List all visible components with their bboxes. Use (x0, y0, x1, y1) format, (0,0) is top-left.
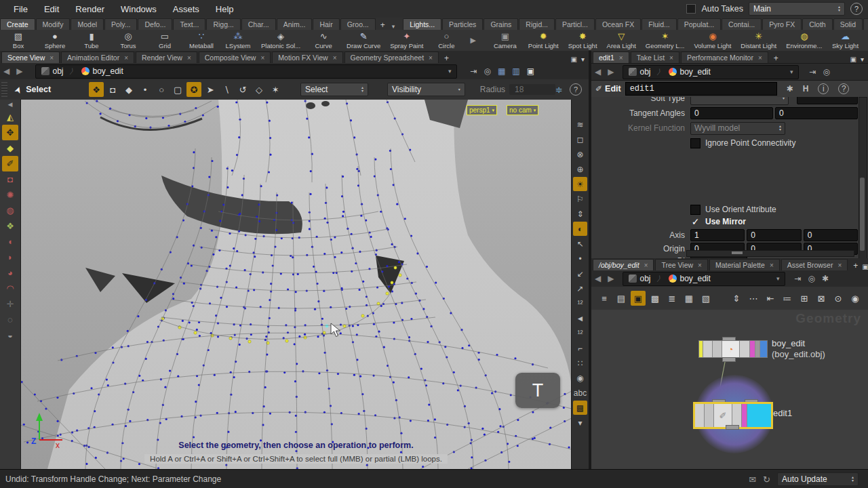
tool-box[interactable]: ▧Box (0, 32, 37, 49)
param-back-icon[interactable]: ◀ (591, 67, 604, 77)
close-icon[interactable]: × (644, 262, 648, 269)
soft-type-dropdown[interactable]: ▾ (690, 97, 789, 105)
network-editor[interactable]: Geometry ◔ boy_edit (boy_edit.obj) (591, 310, 868, 469)
node2-display-flag[interactable] (747, 404, 771, 427)
back-icon[interactable]: ◀ (0, 66, 13, 76)
viewport-tool-1-icon[interactable]: ◭ (2, 109, 18, 125)
tool-sphere[interactable]: ●Sphere (37, 32, 73, 49)
tool-draw-curve[interactable]: ✎Draw Curve (342, 32, 385, 49)
shelf-more-icon[interactable]: ▶ (465, 36, 481, 45)
close-icon[interactable]: × (333, 54, 337, 62)
selection-type-dropdown[interactable]: Select ▴▾ (300, 83, 368, 96)
camera-link-menu[interactable]: no cam▾ (507, 105, 538, 115)
collapse-toolbar-icon[interactable]: ◀ (8, 101, 13, 109)
selection-filter-11-icon[interactable]: ◇ (252, 82, 267, 97)
selection-filter-10-icon[interactable]: ↺ (235, 82, 250, 97)
toolbar-grip[interactable] (1, 82, 7, 97)
display-option-4-icon[interactable]: ⊕ (573, 162, 587, 176)
pane-tab-render-view[interactable]: Render View× (136, 52, 197, 63)
menu-windows[interactable]: Windows (114, 2, 163, 16)
selection-filter-5-icon[interactable]: ○ (154, 82, 169, 97)
axis-z-field[interactable]: 0 (804, 229, 858, 241)
viewport-tool-14-icon[interactable]: ◌ (2, 312, 18, 327)
forward-icon[interactable]: ▶ (13, 66, 26, 76)
shelf-add-tab-icon[interactable]: + (376, 20, 389, 30)
node2-output-connector[interactable] (726, 425, 739, 430)
camera-menu[interactable]: persp1▾ (467, 105, 497, 115)
network-layout-3-icon[interactable]: ⇤ (763, 291, 778, 306)
network-add-tab-icon[interactable]: + (849, 261, 862, 270)
display-option-7-icon[interactable]: ⇕ (573, 207, 587, 221)
shelf-tab-text[interactable]: Text... (173, 18, 205, 30)
param-help-icon[interactable]: ? (838, 83, 849, 94)
shelf-tab-groo[interactable]: Groo... (340, 18, 376, 30)
close-icon[interactable]: × (758, 54, 762, 62)
shelf-tab-cloth[interactable]: Cloth (802, 18, 833, 30)
display-option-20-icon[interactable]: ▩ (573, 401, 587, 415)
close-icon[interactable]: × (837, 262, 842, 269)
close-icon[interactable]: × (770, 262, 774, 269)
message-icon[interactable]: ✉ (749, 474, 756, 485)
param-info-icon[interactable]: i (818, 83, 829, 94)
network-view-2-icon[interactable]: ▤ (614, 291, 629, 306)
shelf-tab-menu-icon[interactable]: ▾ (389, 23, 398, 30)
radius-field[interactable]: 18 (509, 84, 555, 95)
display-option-9-icon[interactable]: ↖ (573, 237, 587, 251)
network-view-5-icon[interactable]: ≣ (665, 291, 679, 306)
viewport-tool-11-icon[interactable]: ◕ (2, 265, 18, 281)
network-path-node[interactable]: boy_edit (679, 274, 715, 283)
network-path-root[interactable]: obj (639, 274, 656, 283)
display-option-16-icon[interactable]: ⌐ (573, 341, 587, 355)
tangent-y-field[interactable]: 0 (775, 107, 858, 119)
viewport-canvas[interactable]: Zx (20, 100, 572, 469)
selection-filter-2-icon[interactable]: ◘ (105, 82, 120, 97)
param-vscrollbar[interactable] (859, 97, 867, 258)
param-add-tab-icon[interactable]: + (770, 54, 783, 63)
tool-spray-paint[interactable]: ✦Spray Paint (385, 32, 428, 49)
toolbar-options-icon[interactable]: ≑ (555, 85, 563, 95)
display-option-12-icon[interactable]: ↗ (573, 281, 587, 296)
selection-filter-8-icon[interactable]: ➤ (203, 82, 218, 97)
viewport-tool-5-icon[interactable]: ◘ (2, 171, 18, 187)
display-option-8-icon[interactable]: ◐ (573, 222, 587, 236)
display-option-18-icon[interactable]: ◉ (573, 371, 587, 385)
shelf-tab-ocean-fx[interactable]: Ocean FX (595, 18, 641, 30)
network-gear-icon[interactable]: ✱ (818, 274, 832, 283)
network-view-1-icon[interactable]: ≡ (597, 291, 612, 306)
path-dropdown-icon[interactable]: ▾ (446, 68, 454, 75)
network-layout-7-icon[interactable]: ⊙ (831, 291, 846, 306)
path-root[interactable]: obj (52, 66, 68, 76)
viewport-tool-12-icon[interactable]: ◠ (2, 281, 18, 296)
scene-viewport[interactable]: Zx ◀◭✥◆✐◘✺◍❖◖◗◕◠✛◌◒ ≋◻⊗⊕☀⚐⇕◐↖•↙↗¹²◄¹²⌐∷◉… (0, 100, 589, 469)
network-tab-obj-boy-edit[interactable]: /obj/boy_edit× (593, 259, 654, 270)
shelf-tab-anim[interactable]: Anim... (277, 18, 313, 30)
display-option-1-icon[interactable]: ≋ (573, 117, 587, 131)
network-layout-4-icon[interactable]: ≔ (780, 291, 795, 306)
spinner-icon[interactable]: ▴▾ (834, 5, 840, 12)
viewport-tool-10-icon[interactable]: ◗ (2, 249, 18, 265)
tool-metaball[interactable]: ∵Metaball (183, 32, 220, 49)
shelf-tab-pyro-fx[interactable]: Pyro FX (762, 18, 802, 30)
tool-camera[interactable]: ▣Camera (487, 32, 524, 49)
toolbar-help-icon[interactable]: ? (570, 83, 582, 96)
pane-split-icon[interactable]: ▣ (571, 56, 577, 63)
display-option-17-icon[interactable]: ∷ (573, 356, 587, 370)
pane-menu-icon[interactable]: ▾ (581, 56, 585, 63)
viewport-tool-15-icon[interactable]: ◒ (2, 327, 18, 343)
path-node[interactable]: boy_edit (92, 66, 128, 76)
viewport-tool-4-icon[interactable]: ✐ (2, 156, 18, 171)
menu-render[interactable]: Render (68, 2, 111, 16)
shelf-tab-lights[interactable]: Lights... (403, 18, 441, 30)
shelf-tab-defo[interactable]: Defo... (138, 18, 172, 30)
node1-output-connector[interactable] (722, 357, 736, 362)
shelf-tab-particles[interactable]: Particles (442, 18, 483, 30)
network-layout-2-icon[interactable]: ⋯ (746, 291, 761, 306)
display-option-13-icon[interactable]: ¹² (573, 296, 587, 310)
selection-filter-7-icon[interactable]: ✪ (186, 82, 201, 97)
tool-volume-light[interactable]: ◉Volume Light (689, 32, 736, 49)
selection-filter-9-icon[interactable]: ∖ (219, 82, 234, 97)
tool-grid[interactable]: ▭Grid (146, 32, 183, 49)
network-view-3-icon[interactable]: ▣ (631, 291, 646, 306)
close-icon[interactable]: × (429, 54, 433, 62)
auto-takes-checkbox[interactable] (686, 4, 696, 14)
